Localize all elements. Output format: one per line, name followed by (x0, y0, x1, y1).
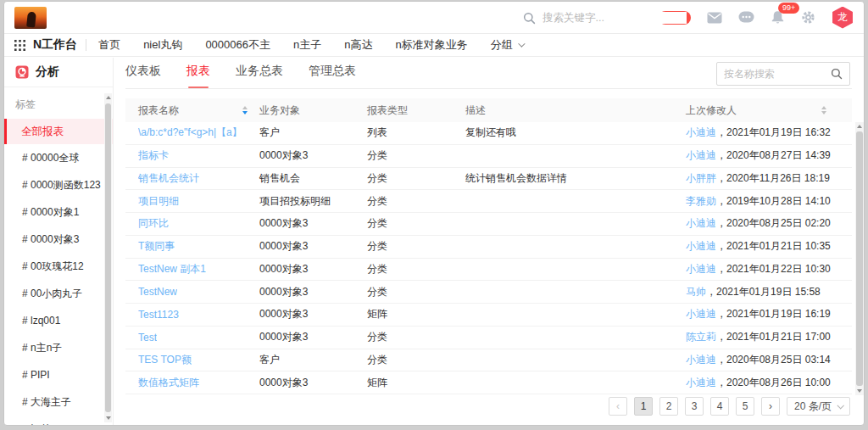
report-name-link[interactable]: T额同事 (138, 239, 175, 254)
page-button[interactable]: 5 (736, 397, 754, 416)
page-button[interactable]: 3 (685, 397, 704, 416)
scroll-down-arrow-icon[interactable] (857, 389, 862, 393)
report-name-link[interactable]: Test (138, 332, 157, 343)
page-button[interactable]: 1 (634, 397, 653, 416)
tabs-row: 仪表板报表业务总表管理总表 (125, 58, 852, 89)
scroll-down-arrow-icon[interactable] (106, 416, 111, 420)
report-name-link[interactable]: Test1123 (138, 309, 179, 321)
sidebar-scrollbar[interactable] (104, 93, 112, 422)
modifier-link[interactable]: 小胖胖 (686, 171, 716, 186)
sort-icon[interactable] (242, 106, 248, 115)
sidebar-tag-item[interactable]: # lzq001 (4, 307, 113, 334)
chat-icon[interactable] (738, 11, 754, 24)
table-row[interactable]: TestNew 副本1 0000对象3 分类 小迪迪，2021年01月22日 1… (125, 259, 852, 282)
report-name-cell: 同环比 (125, 216, 259, 231)
page-size-select[interactable]: 20 条/页 (787, 397, 850, 416)
sidebar-tag-item[interactable]: # 00小肉丸子 (4, 280, 113, 307)
table-row[interactable]: 同环比 0000对象3 分类 小迪迪，2020年08月25日 02:20 (125, 213, 852, 236)
separator: ， (716, 262, 726, 276)
prev-page-button[interactable]: ‹ (609, 397, 627, 416)
modifier-link[interactable]: 小迪迪 (686, 126, 716, 140)
report-name-link[interactable]: \a/b:c*d?e"f<g>h|【a】 (138, 126, 242, 140)
nav-item[interactable]: n高达 (344, 37, 372, 53)
scroll-up-arrow-icon[interactable] (106, 96, 111, 99)
user-avatar[interactable]: 龙 (832, 7, 854, 29)
report-name-link[interactable]: 销售机会统计 (138, 171, 199, 186)
next-page-button[interactable]: › (761, 397, 780, 416)
sidebar-tag-item[interactable]: # PIPI (4, 361, 113, 388)
nav-item[interactable]: 0000066不主 (205, 37, 270, 53)
report-name-link[interactable]: 指标卡 (138, 148, 169, 163)
report-type-cell: 矩阵 (367, 376, 465, 390)
table-row[interactable]: TestNew 0000对象3 分类 马帅，2021年01月19日 15:58 (125, 281, 852, 304)
sidebar-tag-item[interactable]: # 0000对象3 (4, 226, 113, 253)
settings-gear-icon[interactable] (801, 10, 815, 25)
tab[interactable]: 管理总表 (309, 64, 356, 88)
scrollbar-thumb[interactable] (105, 103, 111, 412)
sidebar-tag-item[interactable]: # 大海主子 (4, 388, 113, 416)
table-row[interactable]: 数值格式矩阵 0000对象3 矩阵 小迪迪，2020年08月26日 10:00 (125, 371, 852, 394)
column-header-report-name[interactable]: 报表名称 (125, 103, 259, 118)
search-icon[interactable] (831, 68, 843, 80)
report-name-link[interactable]: TES TOP额 (138, 353, 192, 367)
table-scrollbar[interactable] (855, 122, 864, 395)
tab[interactable]: 仪表板 (125, 64, 161, 88)
report-name-link[interactable]: TestNew (138, 286, 177, 298)
table-row[interactable]: \a/b:c*d?e"f<g>h|【a】 客户 列表 复制还有哦 小迪迪，202… (125, 122, 852, 145)
report-type-cell: 分类 (367, 171, 465, 186)
modified-time: 2019年10月28日 14:10 (726, 194, 831, 209)
tab[interactable]: 业务总表 (236, 64, 283, 88)
sidebar-tag-item[interactable]: # 0000测函数123 (4, 171, 113, 198)
table-row[interactable]: 指标卡 0000对象3 分类 小迪迪，2020年08月27日 14:39 (125, 145, 852, 168)
report-name-link[interactable]: TestNew 副本1 (138, 262, 206, 276)
modifier-link[interactable]: 小迪迪 (686, 239, 716, 254)
table-row[interactable]: Test1123 0000对象3 矩阵 小迪迪，2021年01月19日 16:1… (125, 304, 852, 327)
nav-item[interactable]: n标准对象业务 (395, 37, 467, 53)
report-name-link[interactable]: 同环比 (138, 216, 169, 231)
table-row[interactable]: 销售机会统计 销售机会 分类 统计销售机会数据详情 小胖胖，2020年11月26… (125, 168, 852, 191)
modifier-link[interactable]: 马帅 (686, 285, 706, 299)
report-name-link[interactable]: 项目明细 (138, 194, 179, 209)
business-object-cell: 0000对象3 (259, 216, 367, 231)
workspace-title[interactable]: N工作台 (33, 37, 77, 53)
modifier-link[interactable]: 陈立莉 (686, 330, 716, 344)
modifier-link[interactable]: 小迪迪 (686, 376, 716, 390)
table-row[interactable]: Test 0000对象3 分类 陈立莉，2021年01月21日 17:00 (125, 327, 852, 349)
table-row[interactable]: T额同事 0000对象3 分类 小迪迪，2021年01月21日 10:35 (125, 236, 852, 259)
nav-item[interactable]: niel丸钩 (143, 37, 182, 53)
sidebar-tag-item[interactable]: # 00玫瑰花12 (4, 253, 113, 280)
sort-icon[interactable] (821, 106, 826, 115)
notification-bell-icon[interactable]: 99+ (771, 10, 785, 25)
sidebar-tag-item[interactable]: # n主n子 (4, 334, 113, 361)
column-header-last-modifier[interactable]: 上次修改人 (686, 103, 852, 118)
business-object-cell: 0000对象3 (259, 239, 367, 254)
nav-item[interactable]: 首页 (98, 37, 120, 53)
modifier-link[interactable]: 李雅勋 (686, 194, 716, 209)
business-object-cell: 项目招投标明细 (259, 194, 367, 209)
sidebar-tag-item[interactable]: # 0000对象1 (4, 198, 113, 226)
modifier-link[interactable]: 小迪迪 (686, 262, 716, 276)
global-search-input[interactable] (542, 12, 687, 24)
page-button[interactable]: 4 (710, 397, 729, 416)
report-type-cell: 分类 (367, 216, 465, 231)
report-name-link[interactable]: 数值格式矩阵 (138, 376, 199, 390)
scroll-up-arrow-icon[interactable] (857, 125, 862, 128)
modifier-link[interactable]: 小迪迪 (686, 148, 716, 163)
modifier-link[interactable]: 小迪迪 (686, 216, 716, 231)
mail-icon[interactable] (707, 12, 722, 24)
sidebar-item-all-reports[interactable]: 全部报表 (4, 119, 113, 144)
modifier-link[interactable]: 小迪迪 (686, 353, 716, 367)
nav-group-dropdown[interactable]: 分组 (491, 37, 523, 53)
sidebar-tag-item[interactable]: # 订单 (4, 416, 113, 425)
sidebar-tag-item[interactable]: # 00000全球 (4, 144, 113, 171)
report-search-input[interactable] (724, 68, 831, 80)
nav-item[interactable]: n主子 (293, 37, 321, 53)
modifier-link[interactable]: 小迪迪 (686, 307, 716, 321)
table-row[interactable]: TES TOP额 客户 分类 小迪迪，2020年08月25日 03:14 (125, 349, 852, 372)
table-row[interactable]: 项目明细 项目招投标明细 分类 李雅勋，2019年10月28日 14:10 (125, 190, 852, 213)
tab[interactable]: 报表 (186, 64, 210, 88)
app-grid-icon[interactable] (14, 40, 25, 51)
company-logo[interactable] (14, 7, 47, 29)
scrollbar-thumb[interactable] (856, 131, 863, 386)
page-button[interactable]: 2 (659, 397, 678, 416)
